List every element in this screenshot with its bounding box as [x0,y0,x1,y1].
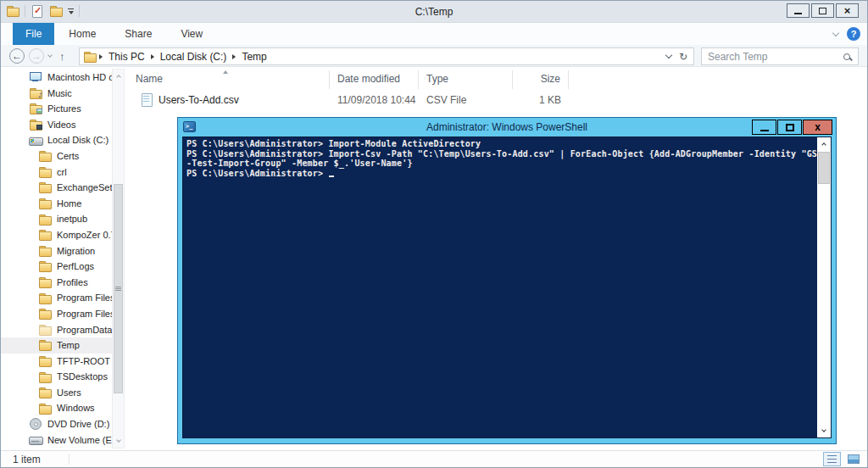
scroll-up-icon[interactable] [113,70,124,82]
powershell-close-button[interactable]: x [803,120,832,135]
sidebar-item-users[interactable]: Users [1,385,112,401]
minimize-button[interactable] [787,3,810,18]
scroll-down-icon[interactable] [113,435,124,448]
close-button[interactable]: × [836,3,859,18]
tab-file[interactable]: File [13,23,54,45]
scroll-up-icon[interactable] [817,137,831,150]
sidebar-item-certs[interactable]: Certs [1,148,112,164]
back-button[interactable]: ← [9,48,25,64]
sidebar-item-videos[interactable]: Videos [1,117,112,133]
folder-icon [38,259,52,273]
breadcrumb-item-temp[interactable]: Temp [242,51,266,63]
network-drive-icon [29,70,42,84]
breadcrumb-separator-icon [151,54,154,59]
folder-icon [38,197,52,210]
folder-icon [38,370,52,384]
expand-ribbon-chevron-icon[interactable] [832,29,839,36]
sidebar-item-program-files[interactable]: Program Files [1,290,112,306]
separator [69,454,70,465]
tab-view[interactable]: View [166,23,217,45]
sidebar-item-pictures[interactable]: Pictures [1,101,112,117]
recent-locations-chevron-icon[interactable] [47,53,53,58]
powershell-scrollbar[interactable] [817,137,831,437]
sidebar-item-profiles[interactable]: Profiles [1,275,112,291]
sidebar-item-windows[interactable]: Windows [1,400,112,416]
folder-icon [38,323,52,337]
file-size-cell: 1 KB [513,94,569,106]
sidebar-item-tftp-root[interactable]: TFTP-ROOT [1,354,112,370]
sidebar-scrollbar[interactable] [112,69,125,448]
details-view-button[interactable] [823,452,841,466]
maximize-icon [786,124,794,131]
folder-music-icon: ♪ [29,86,42,100]
sidebar-item-label: Users [57,385,81,401]
sidebar-item-label: DVD Drive (D:) EX [47,416,112,432]
refresh-icon[interactable]: ↻ [679,51,687,63]
sidebar-item-label: Profiles [57,275,88,291]
breadcrumb: This PCLocal Disk (C:)Temp [97,51,666,63]
breadcrumb-item-this-pc[interactable]: This PC [108,51,145,63]
address-bar-right: ↻ [666,51,690,63]
up-button[interactable]: ↑ [59,50,65,63]
sidebar-item-tsdesktops[interactable]: TSDesktops [1,369,112,385]
sidebar-item-label: Macintosh HD on [47,70,112,86]
sidebar-item-label: Videos [47,117,75,133]
sidebar-item-crl[interactable]: crl [1,164,112,181]
sidebar-item-local-disk-c[interactable]: Local Disk (C:) [1,132,112,148]
sidebar-item-dvd-drive-d-ex[interactable]: DVD Drive (D:) EX [1,416,112,432]
minimize-icon [794,13,802,14]
overlay-glyph [36,109,42,114]
forward-button[interactable]: → [29,48,44,64]
sidebar-item-music[interactable]: ♪Music [1,86,112,102]
ps-console[interactable]: PS C:\Users\Administrator> Import-Module… [183,137,817,437]
ribbon: FileHomeShareView ? [1,23,867,45]
drive-icon [29,134,42,148]
sidebar-item-perflogs[interactable]: PerfLogs [1,259,112,275]
column-header-type[interactable]: Type [419,70,513,89]
sidebar-item-exchangesetuplogs[interactable]: ExchangeSetupLogs [1,180,112,196]
sidebar-item-new-volume-e[interactable]: New Volume (E:) [1,432,112,448]
powershell-minimize-button[interactable] [752,120,776,135]
sidebar-item-label: TSDesktops [57,369,108,385]
search-input[interactable] [708,51,843,63]
file-row-users-to-add-csv[interactable]: Users-To-Add.csv11/09/2018 10:44CSV File… [128,91,867,109]
sidebar-item-program-files-x86[interactable]: Program Files (x86) [1,306,112,322]
sidebar-item-label: Program Files (x86) [57,306,112,322]
window-controls: × [787,3,859,18]
column-header-name[interactable]: Name [128,70,330,89]
powershell-window-controls: x [752,120,832,135]
powershell-maximize-button[interactable] [777,120,802,135]
search-box [701,47,859,65]
help-icon[interactable]: ? [847,27,860,41]
sidebar-item-migration[interactable]: Migration [1,243,112,259]
sidebar-item-programdata[interactable]: ProgramData [1,322,112,338]
item-count: 1 item [13,454,41,465]
scroll-down-icon[interactable] [817,425,831,437]
sidebar-item-home[interactable]: Home [1,196,112,212]
tab-home[interactable]: Home [54,23,110,45]
sidebar-item-label: Temp [57,337,80,354]
powershell-title-bar[interactable]: Administrator: Windows PowerShell [178,118,836,136]
folder-icon [38,244,52,258]
maximize-button[interactable] [811,3,834,18]
tab-share[interactable]: Share [110,23,166,45]
sidebar-item-inetpub[interactable]: inetpub [1,211,112,227]
column-header-size[interactable]: Size [513,70,569,89]
scrollbar-thumb[interactable] [818,152,830,184]
sidebar-item-temp[interactable]: Temp [1,337,112,354]
powershell-title: Administrator: Windows PowerShell [178,121,836,133]
thumbnails-view-button[interactable] [844,452,862,466]
breadcrumb-item-local-disk-c[interactable]: Local Disk (C:) [160,51,227,63]
sidebar-item-label: Migration [57,243,95,259]
scrollbar-thumb[interactable] [114,184,123,393]
search-icon[interactable] [843,53,850,60]
file-rows: Users-To-Add.csv11/09/2018 10:44CSV File… [128,91,867,109]
address-dropdown-chevron-icon[interactable] [665,52,672,58]
sidebar-item-label: Certs [57,148,79,164]
sidebar-item-kompozer-0-7-1[interactable]: KompoZer 0.7.1 [1,227,112,243]
sidebar-item-macintosh-hd-on[interactable]: Macintosh HD on [1,70,112,86]
column-header-date-modified[interactable]: Date modified [330,70,419,89]
powershell-window[interactable]: Administrator: Windows PowerShell x PS C… [177,117,837,444]
address-bar[interactable]: This PCLocal Disk (C:)Temp ↻ [79,47,694,65]
folder-videos-icon [29,118,42,131]
